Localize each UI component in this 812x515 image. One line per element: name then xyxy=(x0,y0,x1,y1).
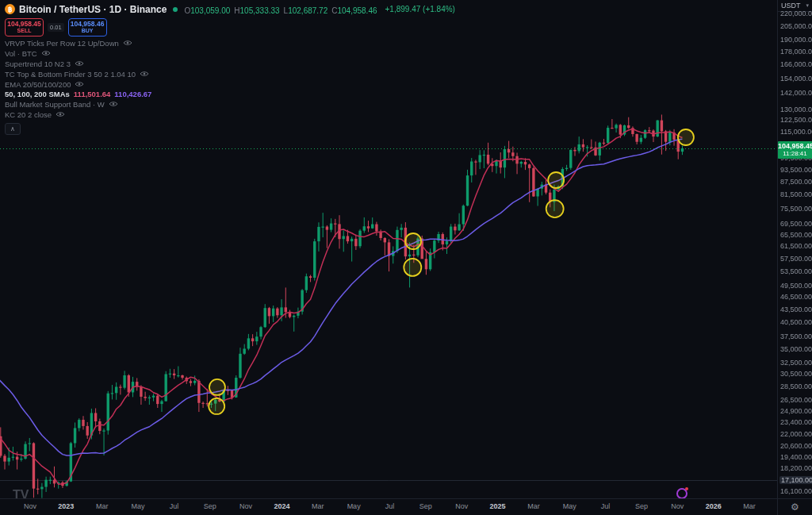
time-axis-tick: May xyxy=(339,502,368,510)
eye-icon xyxy=(56,111,65,117)
ohlc-values: O103,059.00H105,333.33L102,687.72C104,95… xyxy=(184,2,381,17)
time-axis[interactable]: Nov2023MarMayJulSepNov2024MarMayJulSepNo… xyxy=(0,498,778,515)
indicator-label: Supertrend 10 N2 3 xyxy=(5,60,71,68)
indicator-label: Bull Market Support Band · W xyxy=(5,100,105,109)
price-axis-tick: 22,000.00 xyxy=(778,430,812,438)
buy-label: BUY xyxy=(82,28,94,34)
indicator-row[interactable]: VRVP Ticks Per Row 12 Up/Down xyxy=(5,39,455,49)
last-price-value: 104,958.45 xyxy=(778,142,812,150)
indicator-label: TC Top & Bottom Finder 3 50 2 1.04 10 xyxy=(5,70,136,79)
indicator-label: EMA 20/50/100/200 xyxy=(5,80,71,89)
time-axis-tick: Mar xyxy=(88,502,117,510)
price-axis-tick: 61,500.00 xyxy=(778,242,812,250)
price-axis-tick: 205,000.00 xyxy=(778,22,812,30)
ohlc-key: H xyxy=(234,6,239,15)
eye-icon xyxy=(109,101,118,107)
event-marker-icon[interactable] xyxy=(676,488,688,499)
indicator-label: KC 20 2 close xyxy=(5,110,52,119)
indicator-value: 110,426.67 xyxy=(114,90,151,98)
sell-price: 104,958.45 xyxy=(7,20,41,28)
buy-button[interactable]: 104,958.46 BUY xyxy=(68,18,107,37)
time-axis-tick: Mar xyxy=(735,502,764,510)
indicator-row[interactable]: TC Top & Bottom Finder 3 50 2 1.04 10 xyxy=(5,69,455,79)
eye-icon[interactable] xyxy=(123,39,132,48)
price-axis-tick: 65,500.00 xyxy=(778,231,812,239)
time-axis-tick: Mar xyxy=(519,502,548,510)
price-axis-tick: 32,500.00 xyxy=(778,359,812,367)
market-status-dot xyxy=(173,7,178,12)
price-axis-tick: 19,400.00 xyxy=(778,453,812,461)
eye-icon[interactable] xyxy=(41,49,51,58)
change-value: +1,899.47 (+1.84%) xyxy=(385,5,455,13)
axis-settings-corner[interactable]: ⚙ xyxy=(777,498,812,515)
price-axis-tick: 24,900.00 xyxy=(778,407,812,415)
eye-icon xyxy=(140,71,149,77)
bitcoin-icon: ฿ xyxy=(5,4,15,14)
eye-icon[interactable] xyxy=(75,80,84,89)
time-axis-tick: 2025 xyxy=(484,502,512,510)
time-axis-tick: 2023 xyxy=(52,502,80,510)
price-axis-tick: 142,000.00 xyxy=(778,89,812,97)
price-axis-tick: 26,500.00 xyxy=(778,396,812,404)
indicator-list: VRVP Ticks Per Row 12 Up/DownVol · BTCSu… xyxy=(5,39,455,120)
price-axis-tick: 30,500.00 xyxy=(778,370,812,378)
symbol-title[interactable]: Bitcoin / TetherUS · 1D · Binance xyxy=(19,4,167,15)
price-axis-tick: 40,500.00 xyxy=(778,318,812,326)
time-axis-tick: Jul xyxy=(376,502,404,510)
time-axis-tick: Jul xyxy=(592,502,620,510)
eye-icon[interactable] xyxy=(140,70,149,79)
indicator-row[interactable]: KC 20 2 close xyxy=(5,110,455,120)
collapse-indicators-button[interactable]: ∧ xyxy=(5,123,21,135)
indicator-row[interactable]: Supertrend 10 N2 3 xyxy=(5,59,455,69)
time-axis-tick: Sep xyxy=(412,502,440,510)
price-axis-tick: 220,000.00 xyxy=(778,10,812,17)
price-axis-tick: 46,500.00 xyxy=(778,293,812,301)
price-axis-tick: 190,000.00 xyxy=(778,36,812,44)
tradingview-chart-window: ฿ Bitcoin / TetherUS · 1D · Binance O103… xyxy=(0,0,812,515)
price-axis-tick: 81,500.00 xyxy=(778,190,812,198)
ohlc-value: 103,059.00 xyxy=(190,6,230,15)
gear-icon: ⚙ xyxy=(791,502,799,513)
price-axis-tick: 57,500.00 xyxy=(778,255,812,263)
price-axis-tick: 28,500.00 xyxy=(778,382,812,390)
price-axis[interactable]: USDT ▾ 220,000.00205,000.00190,000.00178… xyxy=(777,0,812,498)
eye-icon xyxy=(123,40,132,46)
indicator-row[interactable]: EMA 20/50/100/200 xyxy=(5,79,455,90)
price-axis-tick: 178,000.00 xyxy=(778,48,812,56)
price-axis-tick: 23,400.00 xyxy=(778,418,812,426)
price-axis-tick: 69,500.00 xyxy=(778,220,812,228)
indicator-row[interactable]: Bull Market Support Band · W xyxy=(5,99,455,110)
time-axis-tick: May xyxy=(555,502,584,510)
price-axis-tick: 49,500.00 xyxy=(778,282,812,290)
buy-price: 104,958.46 xyxy=(71,20,105,28)
price-axis-tick: 16,100.00 xyxy=(778,487,812,495)
price-axis-tick: 115,000.00 xyxy=(778,128,812,136)
price-axis-unit: USDT xyxy=(781,2,801,10)
indicator-row[interactable]: 50, 100, 200 SMAs111,501.64110,426.67 xyxy=(5,90,455,100)
eye-icon[interactable] xyxy=(75,60,84,68)
time-axis-tick: 2024 xyxy=(267,502,296,510)
chart-legend: ฿ Bitcoin / TetherUS · 1D · Binance O103… xyxy=(5,2,455,135)
eye-icon[interactable] xyxy=(56,110,65,119)
time-axis-tick: Nov xyxy=(447,502,476,510)
eye-icon xyxy=(75,81,84,87)
indicator-value: 111,501.64 xyxy=(74,90,111,98)
price-axis-tick: 93,500.00 xyxy=(778,166,812,174)
ohlc-value: 105,333.33 xyxy=(240,6,280,15)
indicator-row[interactable]: Vol · BTC xyxy=(5,48,455,59)
sell-button[interactable]: 104,958.45 SELL xyxy=(5,18,44,37)
eye-icon[interactable] xyxy=(109,100,118,109)
time-axis-tick: Sep xyxy=(196,502,224,510)
price-axis-tick: 154,000.00 xyxy=(778,75,812,83)
price-axis-tick: 87,500.00 xyxy=(778,178,812,186)
time-axis-tick: 2026 xyxy=(699,502,728,510)
notification-dot xyxy=(685,487,688,490)
spread-value: 0.01 xyxy=(48,23,64,32)
indicator-label: Vol · BTC xyxy=(5,49,37,58)
price-axis-tick: 37,500.00 xyxy=(778,332,812,340)
ohlc-value: 102,687.72 xyxy=(288,6,327,15)
last-price-label: 104,958.45 11:28:41 xyxy=(778,141,812,159)
eye-icon xyxy=(41,50,51,56)
time-axis-tick: Sep xyxy=(627,502,656,510)
trade-buttons-row: 104,958.45 SELL 0.01 104,958.46 BUY xyxy=(5,18,455,37)
